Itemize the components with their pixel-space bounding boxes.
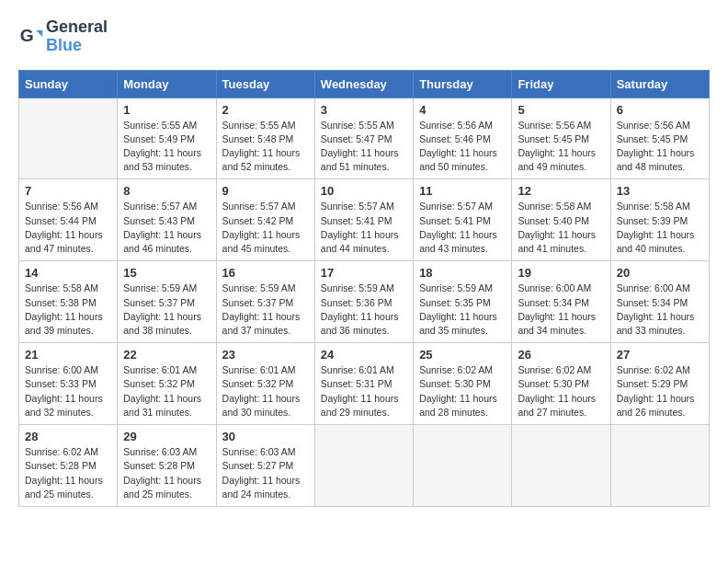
calendar-cell: 20Sunrise: 6:00 AMSunset: 5:34 PMDayligh… bbox=[610, 261, 709, 343]
day-number: 6 bbox=[617, 103, 703, 117]
day-number: 22 bbox=[123, 348, 210, 362]
day-detail: Sunrise: 6:01 AMSunset: 5:31 PMDaylight:… bbox=[321, 363, 407, 419]
day-number: 21 bbox=[25, 348, 111, 362]
day-number: 1 bbox=[123, 103, 210, 117]
day-number: 27 bbox=[617, 348, 703, 362]
calendar-cell bbox=[19, 98, 118, 179]
day-detail: Sunrise: 5:57 AMSunset: 5:41 PMDaylight:… bbox=[321, 200, 407, 256]
calendar-cell: 23Sunrise: 6:01 AMSunset: 5:32 PMDayligh… bbox=[216, 343, 314, 425]
calendar-cell: 24Sunrise: 6:01 AMSunset: 5:31 PMDayligh… bbox=[314, 343, 413, 425]
day-number: 7 bbox=[25, 184, 111, 198]
day-detail: Sunrise: 5:56 AMSunset: 5:45 PMDaylight:… bbox=[518, 119, 604, 175]
calendar-cell: 30Sunrise: 6:03 AMSunset: 5:27 PMDayligh… bbox=[216, 425, 314, 507]
day-number: 30 bbox=[222, 430, 309, 443]
col-header-sunday: Sunday bbox=[19, 70, 118, 98]
day-number: 16 bbox=[222, 266, 309, 280]
day-detail: Sunrise: 5:57 AMSunset: 5:41 PMDaylight:… bbox=[419, 200, 506, 256]
day-number: 3 bbox=[321, 103, 407, 117]
calendar-cell bbox=[314, 425, 413, 507]
col-header-friday: Friday bbox=[512, 70, 610, 98]
day-detail: Sunrise: 5:59 AMSunset: 5:35 PMDaylight:… bbox=[419, 282, 506, 338]
calendar-cell: 16Sunrise: 5:59 AMSunset: 5:37 PMDayligh… bbox=[216, 261, 314, 343]
calendar-cell: 18Sunrise: 5:59 AMSunset: 5:35 PMDayligh… bbox=[414, 261, 512, 343]
day-detail: Sunrise: 5:59 AMSunset: 5:37 PMDaylight:… bbox=[123, 282, 210, 338]
day-number: 19 bbox=[518, 266, 604, 280]
calendar-cell: 4Sunrise: 5:56 AMSunset: 5:46 PMDaylight… bbox=[414, 98, 512, 179]
calendar-cell: 14Sunrise: 5:58 AMSunset: 5:38 PMDayligh… bbox=[19, 261, 118, 343]
day-detail: Sunrise: 6:00 AMSunset: 5:34 PMDaylight:… bbox=[617, 282, 703, 338]
col-header-saturday: Saturday bbox=[610, 70, 709, 98]
day-detail: Sunrise: 5:57 AMSunset: 5:43 PMDaylight:… bbox=[123, 200, 210, 256]
calendar-cell bbox=[512, 425, 610, 507]
logo: G General Blue bbox=[18, 18, 108, 55]
day-number: 5 bbox=[518, 103, 604, 117]
day-detail: Sunrise: 6:02 AMSunset: 5:28 PMDaylight:… bbox=[25, 445, 111, 501]
col-header-wednesday: Wednesday bbox=[314, 70, 413, 98]
day-number: 26 bbox=[518, 348, 604, 362]
calendar-cell: 13Sunrise: 5:58 AMSunset: 5:39 PMDayligh… bbox=[610, 179, 709, 261]
calendar-table: SundayMondayTuesdayWednesdayThursdayFrid… bbox=[18, 70, 710, 507]
calendar-cell: 5Sunrise: 5:56 AMSunset: 5:45 PMDaylight… bbox=[512, 98, 610, 179]
calendar-cell bbox=[610, 425, 709, 507]
calendar-cell: 28Sunrise: 6:02 AMSunset: 5:28 PMDayligh… bbox=[19, 425, 118, 507]
calendar-cell: 11Sunrise: 5:57 AMSunset: 5:41 PMDayligh… bbox=[414, 179, 512, 261]
day-number: 2 bbox=[222, 103, 309, 117]
calendar-cell: 27Sunrise: 6:02 AMSunset: 5:29 PMDayligh… bbox=[610, 343, 709, 425]
day-number: 23 bbox=[222, 348, 309, 362]
day-detail: Sunrise: 5:55 AMSunset: 5:49 PMDaylight:… bbox=[123, 119, 210, 175]
col-header-thursday: Thursday bbox=[414, 70, 512, 98]
calendar-cell: 26Sunrise: 6:02 AMSunset: 5:30 PMDayligh… bbox=[512, 343, 610, 425]
day-number: 9 bbox=[222, 184, 309, 198]
calendar-cell: 29Sunrise: 6:03 AMSunset: 5:28 PMDayligh… bbox=[118, 425, 216, 507]
calendar-cell: 17Sunrise: 5:59 AMSunset: 5:36 PMDayligh… bbox=[314, 261, 413, 343]
day-detail: Sunrise: 5:59 AMSunset: 5:37 PMDaylight:… bbox=[222, 282, 309, 338]
col-header-tuesday: Tuesday bbox=[216, 70, 314, 98]
calendar-cell: 25Sunrise: 6:02 AMSunset: 5:30 PMDayligh… bbox=[414, 343, 512, 425]
day-number: 11 bbox=[419, 184, 506, 198]
day-detail: Sunrise: 5:58 AMSunset: 5:40 PMDaylight:… bbox=[518, 200, 604, 256]
day-number: 4 bbox=[419, 103, 506, 117]
calendar-cell: 21Sunrise: 6:00 AMSunset: 5:33 PMDayligh… bbox=[19, 343, 118, 425]
day-detail: Sunrise: 5:56 AMSunset: 5:44 PMDaylight:… bbox=[25, 200, 111, 256]
day-detail: Sunrise: 5:57 AMSunset: 5:42 PMDaylight:… bbox=[222, 200, 309, 256]
calendar-cell: 3Sunrise: 5:55 AMSunset: 5:47 PMDaylight… bbox=[314, 98, 413, 179]
day-number: 28 bbox=[25, 430, 111, 443]
calendar-cell: 2Sunrise: 5:55 AMSunset: 5:48 PMDaylight… bbox=[216, 98, 314, 179]
day-number: 13 bbox=[617, 184, 703, 198]
day-number: 10 bbox=[321, 184, 407, 198]
logo-line1: General bbox=[46, 18, 108, 37]
day-number: 18 bbox=[419, 266, 506, 280]
day-detail: Sunrise: 6:02 AMSunset: 5:30 PMDaylight:… bbox=[419, 363, 506, 419]
calendar-cell: 8Sunrise: 5:57 AMSunset: 5:43 PMDaylight… bbox=[118, 179, 216, 261]
day-detail: Sunrise: 6:03 AMSunset: 5:28 PMDaylight:… bbox=[123, 445, 210, 501]
calendar-cell: 22Sunrise: 6:01 AMSunset: 5:32 PMDayligh… bbox=[118, 343, 216, 425]
day-detail: Sunrise: 5:56 AMSunset: 5:45 PMDaylight:… bbox=[617, 119, 703, 175]
svg-text:G: G bbox=[20, 26, 34, 45]
svg-marker-1 bbox=[36, 30, 42, 37]
day-detail: Sunrise: 5:56 AMSunset: 5:46 PMDaylight:… bbox=[419, 119, 506, 175]
day-number: 14 bbox=[25, 266, 111, 280]
calendar-cell: 15Sunrise: 5:59 AMSunset: 5:37 PMDayligh… bbox=[118, 261, 216, 343]
calendar-cell: 6Sunrise: 5:56 AMSunset: 5:45 PMDaylight… bbox=[610, 98, 709, 179]
day-detail: Sunrise: 5:58 AMSunset: 5:38 PMDaylight:… bbox=[25, 282, 111, 338]
day-detail: Sunrise: 6:00 AMSunset: 5:34 PMDaylight:… bbox=[518, 282, 604, 338]
day-number: 20 bbox=[617, 266, 703, 280]
day-detail: Sunrise: 5:58 AMSunset: 5:39 PMDaylight:… bbox=[617, 200, 703, 256]
calendar-cell: 7Sunrise: 5:56 AMSunset: 5:44 PMDaylight… bbox=[19, 179, 118, 261]
day-number: 17 bbox=[321, 266, 407, 280]
day-detail: Sunrise: 5:59 AMSunset: 5:36 PMDaylight:… bbox=[321, 282, 407, 338]
calendar-cell bbox=[414, 425, 512, 507]
calendar-cell: 19Sunrise: 6:00 AMSunset: 5:34 PMDayligh… bbox=[512, 261, 610, 343]
day-detail: Sunrise: 6:02 AMSunset: 5:29 PMDaylight:… bbox=[617, 363, 703, 419]
day-number: 12 bbox=[518, 184, 604, 198]
calendar-cell: 9Sunrise: 5:57 AMSunset: 5:42 PMDaylight… bbox=[216, 179, 314, 261]
day-number: 24 bbox=[321, 348, 407, 362]
logo-line2: Blue bbox=[46, 37, 108, 55]
calendar-cell: 1Sunrise: 5:55 AMSunset: 5:49 PMDaylight… bbox=[118, 98, 216, 179]
day-detail: Sunrise: 6:02 AMSunset: 5:30 PMDaylight:… bbox=[518, 363, 604, 419]
page-header: G General Blue bbox=[18, 18, 710, 55]
day-detail: Sunrise: 6:03 AMSunset: 5:27 PMDaylight:… bbox=[222, 445, 309, 501]
logo-icon: G bbox=[18, 24, 44, 50]
day-number: 8 bbox=[123, 184, 210, 198]
day-detail: Sunrise: 6:00 AMSunset: 5:33 PMDaylight:… bbox=[25, 363, 111, 419]
